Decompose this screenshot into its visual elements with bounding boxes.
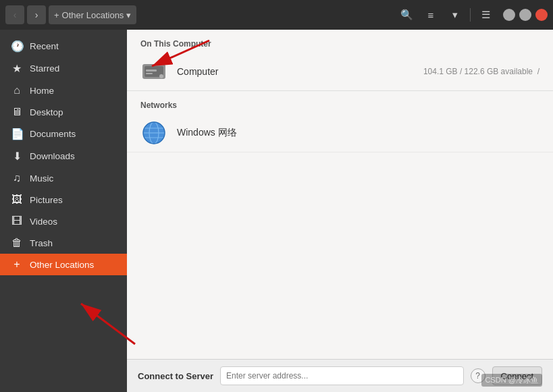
view-options-icon: ▾	[452, 9, 458, 21]
main-area: 🕐 Recent ★ Starred ⌂ Home 🖥 Desktop 📄	[0, 30, 553, 392]
sidebar-item-videos[interactable]: 🎞 Videos	[0, 211, 127, 232]
computer-name: Computer	[177, 66, 218, 77]
back-button[interactable]: ‹	[5, 5, 24, 24]
sidebar-label-downloads: Downloads	[30, 151, 75, 161]
recent-icon: 🕐	[11, 40, 23, 53]
sidebar-item-other-locations[interactable]: + Other Locations	[0, 254, 127, 275]
search-icon: 🔍	[400, 9, 413, 21]
sidebar-label-other-locations: Other Locations	[30, 260, 94, 270]
new-tab-button[interactable]: + Other Locations ▾	[49, 5, 136, 24]
close-button[interactable]: ×	[535, 9, 548, 21]
maximize-button[interactable]: □	[519, 9, 531, 21]
sidebar-item-starred[interactable]: ★ Starred	[0, 57, 127, 80]
separator	[470, 8, 471, 22]
connect-help-button[interactable]: ?	[471, 368, 485, 383]
networks-header: Networks	[127, 91, 553, 114]
home-icon: ⌂	[11, 84, 23, 96]
starred-icon: ★	[11, 62, 23, 75]
trash-icon: 🗑	[11, 237, 23, 249]
server-address-input[interactable]	[220, 366, 464, 385]
videos-icon: 🎞	[11, 215, 23, 227]
connect-label: Connect to Server	[138, 371, 213, 381]
sidebar-label-starred: Starred	[30, 63, 59, 74]
titlebar: ‹ › + Other Locations ▾ 🔍 ≡ ▾ ☰ –	[0, 0, 553, 30]
sidebar-label-pictures: Pictures	[30, 195, 63, 205]
sidebar-item-home[interactable]: ⌂ Home	[0, 80, 127, 101]
hamburger-icon: ☰	[481, 9, 490, 21]
downloads-icon: ⬇	[11, 150, 23, 163]
content-area: On This Computer Computer	[127, 30, 553, 392]
other-locations-icon: +	[11, 258, 23, 271]
sidebar-label-home: Home	[30, 86, 54, 96]
windows-network-icon-wrap	[140, 119, 167, 146]
sidebar-label-recent: Recent	[30, 41, 59, 51]
window-controls: – □ ×	[503, 9, 548, 21]
sidebar-item-trash[interactable]: 🗑 Trash	[0, 232, 127, 254]
sidebar-item-desktop[interactable]: 🖥 Desktop	[0, 101, 127, 123]
view-options-button[interactable]: ▾	[444, 5, 466, 24]
windows-network-row[interactable]: Windows 网络	[127, 114, 553, 152]
list-view-button[interactable]: ≡	[420, 5, 442, 24]
sidebar-item-downloads[interactable]: ⬇ Downloads	[0, 145, 127, 167]
sidebar-label-desktop: Desktop	[30, 107, 63, 117]
search-button[interactable]: 🔍	[396, 5, 417, 24]
sidebar-label-videos: Videos	[30, 217, 57, 227]
sidebar-label-trash: Trash	[30, 238, 53, 248]
documents-icon: 📄	[11, 128, 23, 140]
sidebar-label-music: Music	[30, 173, 53, 184]
content-scroll: On This Computer Computer	[127, 30, 553, 359]
forward-button[interactable]: ›	[27, 5, 46, 24]
on-this-computer-header: On This Computer	[127, 30, 553, 53]
sidebar-item-documents[interactable]: 📄 Documents	[0, 123, 127, 145]
desktop-icon: 🖥	[11, 106, 23, 118]
computer-row[interactable]: Computer 104.1 GB / 122.6 GB available /	[127, 53, 553, 91]
connect-to-server-bar: Connect to Server ? Connect	[127, 359, 553, 392]
computer-hdd-icon	[141, 59, 167, 84]
computer-icon-wrap	[140, 58, 167, 85]
pictures-icon: 🖼	[11, 194, 23, 206]
computer-storage: 104.1 GB / 122.6 GB available /	[423, 67, 539, 76]
list-view-icon: ≡	[428, 9, 434, 21]
menu-button[interactable]: ☰	[475, 5, 496, 24]
sidebar-item-pictures[interactable]: 🖼 Pictures	[0, 189, 127, 211]
connect-button[interactable]: Connect	[492, 366, 542, 385]
music-icon: ♫	[11, 172, 23, 184]
svg-point-2	[159, 74, 163, 78]
svg-rect-3	[146, 69, 157, 72]
sidebar-item-recent[interactable]: 🕐 Recent	[0, 35, 127, 57]
sidebar: 🕐 Recent ★ Starred ⌂ Home 🖥 Desktop 📄	[0, 30, 127, 392]
minimize-button[interactable]: –	[503, 9, 515, 21]
windows-network-name: Windows 网络	[177, 127, 237, 139]
plus-icon: +	[54, 10, 59, 20]
network-globe-icon	[141, 120, 167, 146]
dropdown-arrow-icon: ▾	[126, 10, 131, 20]
svg-rect-4	[146, 73, 153, 74]
sidebar-item-music[interactable]: ♫ Music	[0, 167, 127, 189]
sidebar-label-documents: Documents	[30, 129, 76, 139]
path-label: Other Locations	[62, 10, 124, 20]
